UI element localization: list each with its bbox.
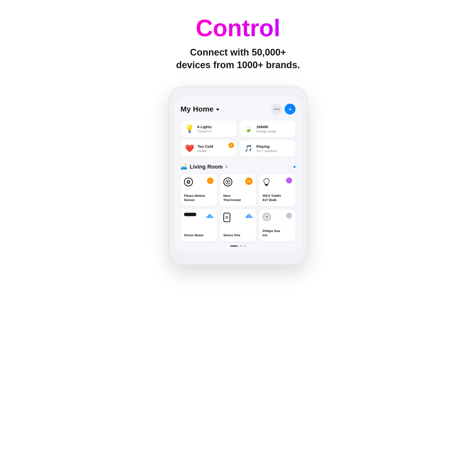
sonos-one-bars-icon <box>246 213 253 218</box>
eye-inner <box>187 180 190 184</box>
indicator-inactive-2 <box>244 245 246 247</box>
device-card-sonos-one[interactable]: Sonos One <box>220 209 256 241</box>
home-title-text: My Home <box>180 105 213 113</box>
lights-icon: 💡 <box>185 124 194 133</box>
sonos-beam-bars-icon <box>207 213 213 218</box>
fibaro-name: Fibaro MotionSensor <box>184 194 205 202</box>
soundbar-icon <box>184 213 196 216</box>
hero-subtitle: Connect with 50,000+ devices from 1000+ … <box>176 46 300 72</box>
sonos-one-card-top <box>223 213 253 222</box>
lights-text: 8 Lights Turned on <box>197 125 212 133</box>
device-card-sonos-beam[interactable]: Sonos Beam <box>180 209 217 241</box>
eye-pupil <box>188 181 189 183</box>
nest-card-top: 22⁵ <box>223 178 253 186</box>
hue-iris-name: Philips HueIris <box>263 229 280 238</box>
playing-label: Playing <box>256 144 277 149</box>
phone-screen: My Home + <box>175 96 301 253</box>
phone-mockup: My Home + <box>169 86 307 265</box>
playing-text: Playing On 2 speakers <box>256 144 277 153</box>
hero-title: Control <box>196 15 280 41</box>
health-sublabel: Health <box>197 149 213 153</box>
energy-text: 1684W Energy usage <box>256 125 276 133</box>
bulb-icon <box>263 178 270 188</box>
device-card-hue-iris[interactable]: Philips HueIris <box>259 209 296 241</box>
lights-sublabel: Turned on <box>197 129 212 133</box>
nest-name: NestThermostat <box>223 194 241 202</box>
app-header: My Home + <box>180 104 296 115</box>
ikea-card-top <box>263 178 292 188</box>
room-section-header: 🛋️ Living Room <box>180 164 296 170</box>
playing-sublabel: On 2 speakers <box>256 149 277 153</box>
summary-card-energy[interactable]: 🍃 1684W Energy usage <box>239 120 296 137</box>
leaf-icon: 🍃 <box>244 125 253 133</box>
summary-grid: 💡 8 Lights Turned on 🍃 1684W Energy usag… <box>180 120 296 157</box>
sofa-icon: 🛋️ <box>180 164 187 170</box>
svg-point-0 <box>226 180 230 184</box>
scroll-indicator <box>180 245 296 247</box>
room-chevron-icon[interactable] <box>226 165 228 168</box>
fibaro-warning-badge: ! <box>207 178 213 184</box>
more-button[interactable] <box>271 104 282 115</box>
hue-iris-gray-badge <box>286 213 292 219</box>
hue-iris-icon <box>263 213 271 221</box>
summary-card-playing[interactable]: 🎵 Playing On 2 speakers <box>239 140 296 157</box>
nest-temp-badge: 22⁵ <box>245 178 253 185</box>
ikea-purple-badge <box>286 178 292 183</box>
device-card-ikea[interactable]: IKEA TrädfriE27 Bulb <box>259 174 296 206</box>
summary-card-lights[interactable]: 💡 8 Lights Turned on <box>180 120 237 137</box>
ikea-name: IKEA TrädfriE27 Bulb <box>263 194 281 202</box>
heart-icon: ❤️ <box>185 144 194 153</box>
room-active-dot <box>294 166 296 168</box>
indicator-inactive-1 <box>240 245 242 247</box>
speaker-icon <box>223 213 230 222</box>
motion-sensor-icon <box>184 178 193 186</box>
room-title: Living Room <box>190 164 223 170</box>
music-icon: 🎵 <box>244 145 253 152</box>
lights-label: 8 Lights <box>197 125 212 129</box>
indicator-active <box>230 245 238 247</box>
summary-card-health[interactable]: ❤️ Too Cold Health ! <box>180 140 237 157</box>
fibaro-card-top: ! <box>184 178 213 186</box>
energy-label: 1684W <box>256 125 276 129</box>
device-card-nest[interactable]: 22⁵ NestThermostat <box>220 174 256 206</box>
add-button[interactable]: + <box>285 104 296 115</box>
sonos-beam-name: Sonos Beam <box>184 233 204 238</box>
energy-sublabel: Energy usage <box>256 129 276 133</box>
device-card-fibaro[interactable]: ! Fibaro MotionSensor <box>180 174 217 206</box>
home-dropdown-chevron[interactable] <box>216 109 219 111</box>
thermostat-icon <box>223 178 232 186</box>
health-label: Too Cold <box>197 144 213 149</box>
more-dots-icon <box>274 109 279 110</box>
device-grid: ! Fibaro MotionSensor 22⁵ <box>180 174 296 241</box>
hue-iris-card-top <box>263 213 292 221</box>
home-title-container: My Home <box>180 105 219 113</box>
health-warning-badge: ! <box>229 143 234 148</box>
health-text: Too Cold Health <box>197 144 213 153</box>
sonos-beam-card-top <box>184 213 213 218</box>
sonos-one-name: Sonos One <box>223 233 240 238</box>
header-actions: + <box>271 104 296 115</box>
